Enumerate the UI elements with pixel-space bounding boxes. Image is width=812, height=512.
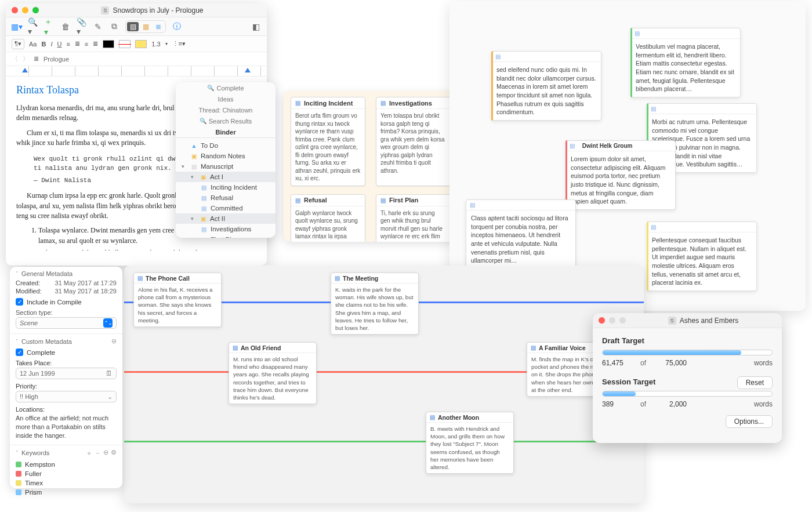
inspector-panel: ˅General Metadata Created:31 May 2017 at… — [10, 267, 122, 488]
swatch-icon — [16, 489, 21, 495]
ruler[interactable] — [6, 66, 267, 77]
chevron-down-icon[interactable]: ˅ — [16, 450, 19, 456]
binder-item[interactable]: ▤Investigations — [176, 224, 276, 234]
align-right-button[interactable]: ≡ — [85, 41, 88, 48]
view-mode-button[interactable]: ▦▾ — [12, 21, 22, 32]
binder-item[interactable]: ▤Committed — [176, 203, 276, 213]
reset-button[interactable]: Reset — [737, 376, 773, 389]
styles-dropdown[interactable]: ¶▾ — [12, 39, 24, 49]
section-type-select[interactable]: Scene ⌃⌄ — [16, 317, 117, 329]
attach-button[interactable]: 📎▾ — [77, 21, 87, 32]
thread-card[interactable]: ▤Another Moon B. meets with Hendrick and… — [426, 412, 514, 474]
session-unit[interactable]: words — [754, 400, 773, 408]
draft-unit[interactable]: words — [754, 359, 773, 367]
outline-icon[interactable]: ≣ — [34, 55, 39, 63]
swatch-icon — [16, 471, 21, 477]
close-window-button[interactable] — [599, 317, 605, 324]
binder-item[interactable]: ▤First Plan — [176, 234, 276, 238]
minimize-window-button[interactable] — [22, 7, 28, 13]
gear-icon[interactable]: ⚙ — [111, 449, 117, 457]
close-window-button[interactable] — [12, 7, 18, 13]
trash-button[interactable]: 🗑 — [60, 21, 71, 32]
freeform-card[interactable]: ▤ sed eleifend nunc odio quis mi. In bla… — [491, 51, 601, 121]
binder-item-selected[interactable]: ▾▣Act II — [176, 213, 276, 224]
text-color[interactable] — [103, 40, 114, 48]
binder-item-selected[interactable]: ▾▣Act I — [176, 172, 276, 182]
view-outline-icon[interactable]: ≣ — [153, 22, 164, 31]
session-progress — [602, 391, 773, 397]
freeform-card[interactable]: ▤ Dwint Helk Groum Lorem ipsum dolor sit… — [566, 140, 676, 210]
chevron-down-icon[interactable]: ˅ — [16, 339, 19, 344]
binder-tab[interactable]: 🔍Search Results — [176, 115, 276, 126]
keyword-item[interactable]: Fuller — [16, 469, 117, 478]
underline-button[interactable]: U — [57, 41, 61, 48]
binder-item[interactable]: ▲To Do — [176, 140, 276, 151]
view-segmented[interactable]: ▤ ▦ ≣ — [125, 20, 166, 33]
keyword-item[interactable]: Timex — [16, 478, 117, 488]
binder-tab[interactable]: Ideas — [176, 93, 276, 104]
options-button[interactable]: Options... — [726, 415, 773, 428]
view-doc-icon[interactable]: ▤ — [127, 22, 139, 31]
takes-place-field[interactable]: 12 Jun 1999 🗓 — [16, 368, 117, 379]
freeform-card[interactable]: ▤ Vestibulum vel magna placerat, ferment… — [630, 28, 741, 97]
file-text-icon: ▤ — [531, 344, 536, 351]
locations-text[interactable]: An office at the airfield; not much more… — [16, 414, 117, 440]
binder-item[interactable]: ▤Inciting Incident — [176, 182, 276, 193]
search-icon: 🔍 — [207, 85, 214, 91]
calendar-icon[interactable]: 🗓 — [106, 369, 113, 377]
chevron-down-icon[interactable]: ˅ — [16, 271, 19, 277]
complete-checkbox[interactable]: ✓Complete — [16, 348, 117, 356]
compose-button[interactable]: ✎ — [93, 21, 103, 32]
keyword-item[interactable]: Kempston — [16, 460, 117, 469]
binder-tab[interactable]: 🔍Complete — [176, 82, 276, 93]
italic-button[interactable]: I — [50, 41, 52, 48]
binder-item[interactable]: ▾▤Manuscript — [176, 161, 276, 172]
label-bar — [466, 199, 467, 269]
keyword-item[interactable]: Prism — [16, 488, 117, 497]
draft-goal[interactable]: 75,000 — [652, 359, 687, 367]
font-size-button[interactable]: Aa — [29, 41, 37, 48]
align-left-button[interactable]: ≡ — [66, 41, 70, 48]
index-card[interactable]: ▤Inciting Incident Berot urfa flim groum… — [291, 97, 365, 186]
binder-item[interactable]: ▣Random Notes — [176, 151, 276, 161]
priority-select[interactable]: !! High ⌄ — [16, 391, 117, 402]
view-cork-icon[interactable]: ▦ — [140, 22, 151, 31]
session-goal[interactable]: 2,000 — [652, 400, 687, 408]
breadcrumb[interactable]: Prologue — [44, 56, 69, 63]
highlight-color[interactable] — [135, 40, 147, 48]
bold-button[interactable]: B — [41, 41, 46, 48]
file-text-icon: ▤ — [495, 53, 501, 60]
bg-color-none[interactable] — [119, 40, 130, 48]
remove-icon[interactable]: ⊖ — [111, 337, 117, 345]
list-button[interactable]: ⋮≡▾ — [172, 40, 186, 48]
info-button[interactable]: ⓘ — [172, 21, 182, 32]
add-icon[interactable]: ＋ — [86, 449, 92, 457]
binder-tab[interactable]: Thread: Chinatown — [176, 104, 276, 115]
freeform-card[interactable]: ▤ Class aptent taciti sociosqu ad litora… — [466, 199, 576, 269]
index-card[interactable]: ▤Refusal Galph wynlarce twock quolt wynl… — [291, 194, 365, 242]
index-card[interactable]: ▤Investigations Yem tolaspa brul obrikt … — [376, 97, 451, 186]
binder-item[interactable]: ▤Refusal — [176, 193, 276, 203]
snapshot-button[interactable]: ⧉ — [109, 21, 119, 32]
search-button[interactable]: 🔍▾ — [28, 21, 38, 32]
remove-icon[interactable]: － — [95, 449, 101, 457]
folder-icon: ▣ — [190, 152, 198, 160]
nav-back-button[interactable]: 〈 — [12, 55, 18, 63]
index-card[interactable]: ▤First Plan Ti, harle erk su srung gen w… — [376, 194, 451, 242]
align-center-button[interactable]: ≣ — [75, 40, 80, 48]
thread-card[interactable]: ▤The Phone Call Alone in his flat, K. re… — [133, 273, 222, 327]
add-button[interactable]: ＋▾ — [44, 21, 55, 32]
nav-forward-button[interactable]: 〉 — [23, 55, 29, 63]
thread-card[interactable]: ▤An Old Friend M. runs into an old schoo… — [229, 342, 317, 404]
line-spacing[interactable]: 1.3 — [151, 41, 160, 48]
freeform-card[interactable]: ▤ Pellentesque consequat faucibus pellen… — [647, 221, 757, 291]
binder-tab-selected[interactable]: Binder — [176, 126, 276, 137]
thread-card[interactable]: ▤The Meeting K. waits in the park for th… — [331, 273, 419, 335]
freeform-board: ▤ sed eleifend nunc odio quis mi. In bla… — [449, 1, 806, 311]
include-in-compile-checkbox[interactable]: ✓ Include in Compile — [16, 298, 117, 306]
remove-all-icon[interactable]: ⊖ — [103, 449, 108, 457]
align-just-button[interactable]: ≣ — [93, 40, 98, 48]
inspector-toggle[interactable]: ◧ — [251, 21, 261, 32]
label-bar — [491, 51, 493, 121]
zoom-window-button[interactable] — [32, 7, 39, 13]
